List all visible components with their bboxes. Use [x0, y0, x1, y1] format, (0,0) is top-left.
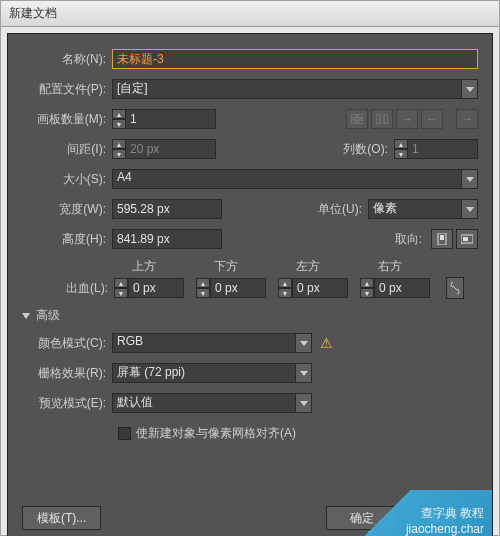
bleed-left-input[interactable]	[292, 278, 348, 298]
width-input[interactable]	[112, 199, 222, 219]
colormode-select[interactable]: RGB	[112, 333, 296, 353]
titlebar: 新建文档	[1, 1, 499, 27]
columns-label: 列数(O):	[316, 141, 394, 158]
watermark-line2: jiaocheng.char	[406, 522, 484, 536]
advanced-section-toggle[interactable]: 高级	[22, 307, 478, 324]
size-dropdown-btn[interactable]	[462, 169, 478, 189]
raster-label: 栅格效果(R):	[22, 365, 112, 382]
bleed-bottom-up[interactable]: ▲	[196, 278, 210, 288]
bleed-left-down[interactable]: ▼	[278, 288, 292, 298]
bleed-bottom-down[interactable]: ▼	[196, 288, 210, 298]
bleed-top-up[interactable]: ▲	[114, 278, 128, 288]
arrange-row-rtl-icon[interactable]: ←	[421, 109, 443, 129]
window-title: 新建文档	[9, 6, 57, 20]
profile-dropdown-btn[interactable]	[462, 79, 478, 99]
spacing-label: 间距(I):	[22, 141, 112, 158]
size-select[interactable]: A4	[112, 169, 462, 189]
bleed-left-label: 左方	[296, 258, 378, 275]
bleed-right-up[interactable]: ▲	[360, 278, 374, 288]
bleed-top-input[interactable]	[128, 278, 184, 298]
raster-dropdown-btn[interactable]	[296, 363, 312, 383]
bleed-bottom-input[interactable]	[210, 278, 266, 298]
svg-rect-5	[384, 114, 388, 124]
svg-rect-3	[358, 120, 363, 124]
new-document-dialog: 新建文档 名称(N): 配置文件(P): [自定] 画板数量(M): ▲ ▼	[0, 0, 500, 536]
svg-rect-2	[351, 120, 356, 124]
bleed-bottom-label: 下方	[214, 258, 296, 275]
align-grid-checkbox[interactable]	[118, 427, 131, 440]
bleed-right-down[interactable]: ▼	[360, 288, 374, 298]
raster-select[interactable]: 屏幕 (72 ppi)	[112, 363, 296, 383]
orientation-portrait-icon[interactable]	[431, 229, 453, 249]
name-label: 名称(N):	[22, 51, 112, 68]
colormode-dropdown-btn[interactable]	[296, 333, 312, 353]
artboards-input[interactable]	[126, 109, 216, 129]
svg-rect-1	[358, 114, 363, 118]
dialog-body: 名称(N): 配置文件(P): [自定] 画板数量(M): ▲ ▼	[7, 33, 493, 536]
template-button[interactable]: 模板(T)...	[22, 506, 101, 530]
arrange-arrow-icon[interactable]: →	[456, 109, 478, 129]
arrange-grid-col-icon[interactable]	[371, 109, 393, 129]
bleed-right-label: 右方	[378, 258, 460, 275]
width-label: 宽度(W):	[22, 201, 112, 218]
units-label: 单位(U):	[290, 201, 368, 218]
orientation-label: 取向:	[378, 231, 428, 248]
height-input[interactable]	[112, 229, 222, 249]
arrange-grid-row-icon[interactable]	[346, 109, 368, 129]
advanced-label: 高级	[36, 307, 60, 324]
profile-select[interactable]: [自定]	[112, 79, 462, 99]
svg-rect-9	[463, 237, 468, 241]
svg-rect-0	[351, 114, 356, 118]
bleed-top-down[interactable]: ▼	[114, 288, 128, 298]
orientation-landscape-icon[interactable]	[456, 229, 478, 249]
columns-step-up: ▲	[394, 139, 408, 149]
size-label: 大小(S):	[22, 171, 112, 188]
columns-step-down: ▼	[394, 149, 408, 159]
align-grid-label: 使新建对象与像素网格对齐(A)	[136, 425, 296, 442]
spacing-step-up: ▲	[112, 139, 126, 149]
preview-dropdown-btn[interactable]	[296, 393, 312, 413]
arrange-row-ltr-icon[interactable]: →	[396, 109, 418, 129]
disclosure-triangle-icon	[22, 313, 30, 319]
artboards-step-up[interactable]: ▲	[112, 109, 126, 119]
artboards-step-down[interactable]: ▼	[112, 119, 126, 129]
units-select[interactable]: 像素	[368, 199, 462, 219]
units-dropdown-btn[interactable]	[462, 199, 478, 219]
bleed-top-label: 上方	[132, 258, 214, 275]
spacing-step-down: ▼	[112, 149, 126, 159]
watermark: 查字典 教程 jiaocheng.char	[322, 490, 492, 536]
name-input[interactable]	[112, 49, 478, 69]
colormode-label: 颜色模式(C):	[22, 335, 112, 352]
bleed-right-input[interactable]	[374, 278, 430, 298]
watermark-line1: 查字典 教程	[421, 505, 484, 522]
spacing-input	[126, 139, 216, 159]
svg-rect-7	[440, 235, 444, 240]
height-label: 高度(H):	[22, 231, 112, 248]
bleed-link-icon[interactable]	[446, 277, 464, 299]
bleed-label: 出血(L):	[22, 280, 114, 297]
preview-select[interactable]: 默认值	[112, 393, 296, 413]
bleed-left-up[interactable]: ▲	[278, 278, 292, 288]
svg-rect-4	[376, 114, 380, 124]
warning-icon: ⚠	[320, 335, 333, 351]
profile-label: 配置文件(P):	[22, 81, 112, 98]
columns-input	[408, 139, 478, 159]
preview-label: 预览模式(E):	[22, 395, 112, 412]
artboards-label: 画板数量(M):	[22, 111, 112, 128]
